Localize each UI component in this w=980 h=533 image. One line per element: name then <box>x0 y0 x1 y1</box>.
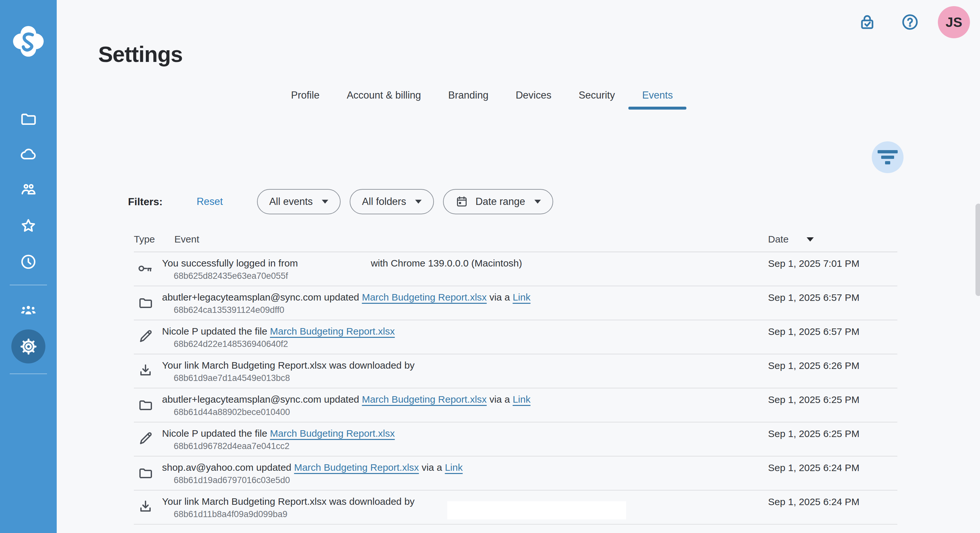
event-date: Sep 1, 2025 7:01 PM <box>768 252 897 286</box>
event-description: Nicole P updated the file March Budgetin… <box>162 427 768 440</box>
event-text: Nicole P updated the file <box>162 326 270 337</box>
event-link[interactable]: March Budgeting Report.xlsx <box>270 326 395 337</box>
event-row: shop.av@yahoo.com updated March Budgetin… <box>134 456 897 490</box>
filter-button[interactable] <box>872 141 904 173</box>
type-column-header: Type <box>134 234 162 245</box>
settings-gear-icon <box>19 337 38 356</box>
event-id: 68b624d22e148536940640f2 <box>162 339 768 349</box>
event-id: 68b61d19ad6797016c03e5d0 <box>162 475 768 485</box>
event-row: Nicole P updated the file March Budgetin… <box>134 423 897 456</box>
pencil-event-icon <box>138 431 153 447</box>
star-icon[interactable] <box>19 217 37 235</box>
event-id: 68b625d82435e63ea70e055f <box>162 271 768 281</box>
clock-icon[interactable] <box>19 253 37 271</box>
sidebar-divider <box>10 285 47 285</box>
event-description: abutler+legacyteamsplan@sync.com updated… <box>162 393 768 405</box>
sort-desc-icon <box>807 237 814 241</box>
key-event-icon <box>138 261 153 276</box>
event-text: via a <box>487 292 513 303</box>
event-row: Your link March Budgeting Report.xlsx wa… <box>134 354 897 388</box>
filters-row: Filters: Reset All events All folders Da… <box>128 189 553 214</box>
team-icon[interactable] <box>19 302 37 320</box>
folder-event-icon <box>138 465 153 480</box>
lock-check-icon[interactable] <box>858 12 877 32</box>
event-description: shop.av@yahoo.com updated March Budgetin… <box>162 461 768 474</box>
avatar[interactable]: JS <box>938 6 970 38</box>
table-header: Type Event Date <box>134 227 897 252</box>
page-title: Settings <box>98 41 183 67</box>
tab-profile[interactable]: Profile <box>277 84 333 107</box>
tab-account-billing[interactable]: Account & billing <box>333 84 434 107</box>
event-date: Sep 1, 2025 6:25 PM <box>768 423 897 456</box>
date-range-dropdown[interactable]: Date range <box>443 189 553 214</box>
event-text: with Chrome 139.0.0.0 (Macintosh) <box>371 258 522 268</box>
tab-security[interactable]: Security <box>565 84 628 107</box>
event-id: 68b61d9ae7d1a4549e013bc8 <box>162 373 768 383</box>
event-row: abutler+legacyteamsplan@sync.com updated… <box>134 286 897 320</box>
tab-events[interactable]: Events <box>628 84 686 107</box>
tab-branding[interactable]: Branding <box>434 84 502 107</box>
event-date: Sep 1, 2025 6:24 PM <box>768 456 897 490</box>
event-description: Nicole P updated the file March Budgetin… <box>162 325 768 337</box>
folder-event-icon <box>138 397 153 412</box>
download-event-icon <box>138 499 153 514</box>
event-id: 68b624ca135391124e09dff0 <box>162 305 768 315</box>
event-text: Your link March Budgeting Report.xlsx wa… <box>162 360 415 370</box>
date-column-header[interactable]: Date <box>768 234 897 245</box>
event-row: abutler+legacyteamsplan@sync.com updated… <box>134 388 897 423</box>
pencil-event-icon <box>138 329 153 344</box>
event-description: You successfully logged in fromwith Chro… <box>162 257 768 270</box>
event-row: You successfully logged in fromwith Chro… <box>134 252 897 286</box>
event-link[interactable]: March Budgeting Report.xlsx <box>362 292 487 303</box>
redaction-patch <box>447 501 626 519</box>
event-link[interactable]: Link <box>445 462 463 473</box>
event-date: Sep 1, 2025 6:26 PM <box>768 354 897 388</box>
event-text: via a <box>419 462 445 473</box>
event-link[interactable]: March Budgeting Report.xlsx <box>294 462 419 473</box>
table-body: You successfully logged in fromwith Chro… <box>134 252 897 525</box>
event-text: Your link March Budgeting Report.xlsx wa… <box>162 496 415 507</box>
event-text: abutler+legacyteamsplan@sync.com updated <box>162 394 362 405</box>
event-row: Nicole P updated the file March Budgetin… <box>134 320 897 354</box>
event-link[interactable]: March Budgeting Report.xlsx <box>362 394 487 405</box>
cloud-icon[interactable] <box>19 145 37 163</box>
all-folders-dropdown[interactable]: All folders <box>350 189 434 214</box>
event-date: Sep 1, 2025 6:24 PM <box>768 490 897 524</box>
filters-label: Filters: <box>128 196 163 208</box>
events-table: Type Event Date You successfully logged … <box>134 227 897 525</box>
event-column-header: Event <box>162 234 768 245</box>
all-folders-label: All folders <box>362 196 406 207</box>
all-events-dropdown[interactable]: All events <box>257 189 340 214</box>
event-date: Sep 1, 2025 6:57 PM <box>768 320 897 354</box>
event-link[interactable]: March Budgeting Report.xlsx <box>270 428 395 439</box>
folder-event-icon <box>138 295 153 310</box>
event-text: via a <box>487 394 513 405</box>
sidebar <box>0 0 57 533</box>
tab-devices[interactable]: Devices <box>502 84 565 107</box>
scrollbar-thumb[interactable] <box>975 204 980 296</box>
event-link[interactable]: Link <box>513 292 530 303</box>
event-text: You successfully logged in from <box>162 258 298 268</box>
shares-icon[interactable] <box>19 181 37 199</box>
event-text: shop.av@yahoo.com updated <box>162 462 294 473</box>
settings-active-item[interactable] <box>11 329 45 364</box>
event-id: 68b61d44a88902bece010400 <box>162 407 768 417</box>
event-link[interactable]: Link <box>513 394 530 405</box>
date-range-label: Date range <box>476 196 525 207</box>
files-folder-icon[interactable] <box>19 110 37 128</box>
filter-icon <box>878 150 898 153</box>
settings-tabs: Profile Account & billing Branding Devic… <box>277 84 686 107</box>
event-date: Sep 1, 2025 6:25 PM <box>768 388 897 422</box>
event-description: Your link March Budgeting Report.xlsx wa… <box>162 359 768 372</box>
chevron-down-icon <box>415 200 422 204</box>
calendar-icon <box>455 195 468 209</box>
download-event-icon <box>138 363 153 378</box>
chevron-down-icon <box>535 200 541 204</box>
sync-logo[interactable] <box>11 24 45 58</box>
event-text: abutler+legacyteamsplan@sync.com updated <box>162 292 362 303</box>
event-date: Sep 1, 2025 6:57 PM <box>768 286 897 320</box>
event-text: Nicole P updated the file <box>162 428 270 439</box>
reset-filters-link[interactable]: Reset <box>197 196 223 207</box>
help-icon[interactable] <box>900 12 920 32</box>
event-id: 68b61d96782d4eaa7e041cc2 <box>162 441 768 451</box>
